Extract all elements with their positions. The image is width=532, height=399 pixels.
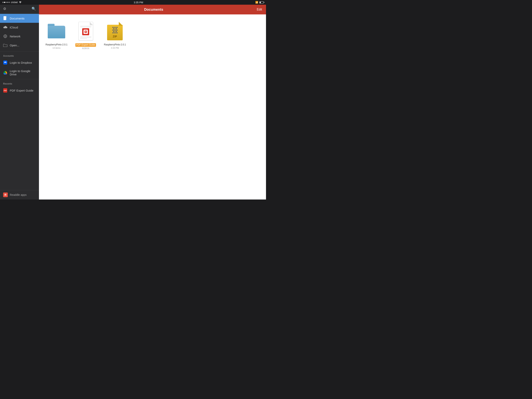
sidebar-item-recent-label: PDF Expert Guide (10, 89, 33, 92)
sidebar-item-open[interactable]: Open... (0, 41, 39, 50)
zip-zipper-track (112, 27, 118, 33)
zip-file-icon: ZIP (107, 22, 123, 40)
sidebar-item-icloud-label: iCloud (10, 26, 18, 29)
sidebar-item-network[interactable]: Network (0, 32, 39, 41)
sidebar-item-open-label: Open... (10, 44, 19, 47)
file-meta: 6/28/16 (82, 47, 89, 50)
file-grid: RaspberryPints-2.0.1 14 items (39, 14, 266, 200)
sidebar-item-documents[interactable]: Documents (0, 14, 39, 23)
zip-label: ZIP (113, 35, 117, 38)
accounts-divider (0, 51, 39, 51)
zip-icon-wrapper: ZIP (105, 20, 125, 42)
pdf-line-4 (80, 37, 91, 38)
sidebar-footer[interactable]: R Readdle apps (0, 190, 39, 200)
battery-indicator (259, 1, 264, 4)
status-bar: cricket 3:35 PM 📶 (0, 0, 266, 5)
pdf-icon-wrapper (76, 20, 95, 42)
pdf-line-5 (80, 38, 87, 39)
sidebar-item-dropbox[interactable]: Login to Dropbox (0, 58, 39, 67)
main-layout: ⚙ 🔍 Documents (0, 5, 266, 200)
open-folder-icon (3, 43, 7, 47)
sidebar: ⚙ 🔍 Documents (0, 5, 39, 200)
readdle-apps-label: Readdle apps (10, 193, 26, 196)
folder-icon-large (48, 24, 65, 38)
signal-dot-5 (9, 2, 10, 3)
gear-icon[interactable]: ⚙ (3, 7, 6, 11)
file-name: PDF Expert Guide (75, 43, 96, 47)
list-item[interactable]: ZIP RaspberryPints-2.0.1 3:33 PM (103, 20, 127, 50)
signal-dot-1 (2, 2, 4, 3)
sidebar-top: ⚙ 🔍 (0, 5, 39, 13)
signal-dot-2 (4, 2, 5, 3)
file-meta: 3:33 PM (111, 47, 119, 49)
wifi-icon (19, 1, 22, 4)
signal-dot-3 (6, 2, 7, 3)
bluetooth-icon: 📶 (255, 1, 258, 4)
sidebar-item-network-label: Network (10, 35, 20, 38)
file-name: RaspberryPints-2.0.1 (45, 43, 68, 46)
recents-section-header: Recents (0, 80, 39, 86)
content-area: Documents Edit RaspberryPints-2.0.1 14 i… (39, 5, 266, 200)
pdf-file-content (79, 26, 93, 39)
status-time: 3:35 PM (134, 1, 143, 4)
pdf-line-3 (80, 36, 91, 37)
readdle-icon: R (3, 193, 8, 197)
list-item[interactable]: PDF Expert Guide 6/28/16 (74, 20, 97, 50)
pdf-logo-box (82, 28, 89, 35)
zip-fold (119, 22, 123, 26)
pdf-recent-icon: PDF (3, 88, 7, 93)
signal-dot-4 (7, 2, 8, 3)
folder-back (48, 26, 65, 38)
network-icon (3, 34, 7, 38)
signal-bars (2, 2, 10, 3)
zip-body: ZIP (107, 25, 123, 40)
edit-button[interactable]: Edit (257, 8, 262, 11)
sidebar-item-icloud[interactable]: iCloud (0, 23, 39, 32)
battery-fill (260, 2, 261, 3)
svg-rect-0 (4, 16, 6, 20)
sidebar-item-documents-label: Documents (10, 17, 25, 20)
page-title: Documents (144, 8, 163, 12)
sidebar-nav: Documents iCloud Netw (0, 13, 39, 51)
folder-icon-wrapper (47, 20, 66, 42)
sidebar-item-gdrive-label: Login to Google Drive (10, 69, 36, 76)
dropbox-icon (3, 60, 7, 65)
pdf-logo-inner (83, 30, 88, 34)
status-left: cricket (2, 1, 22, 4)
pdf-line-1 (80, 26, 91, 26)
accounts-section-header: Accounts (0, 52, 39, 58)
gdrive-icon (3, 71, 7, 75)
svg-rect-2 (84, 31, 87, 33)
file-name: RaspberryPints-2.0.1 (104, 43, 126, 46)
file-meta: 14 items (52, 47, 61, 49)
cloud-icon (3, 25, 7, 29)
status-right: 📶 (255, 1, 264, 4)
list-item[interactable]: RaspberryPints-2.0.1 14 items (45, 20, 68, 50)
sidebar-item-gdrive[interactable]: Login to Google Drive (0, 67, 39, 78)
sidebar-item-dropbox-label: Login to Dropbox (10, 61, 32, 64)
pdf-lines-2 (80, 36, 91, 39)
search-icon[interactable]: 🔍 (32, 7, 36, 11)
document-icon (3, 16, 7, 20)
pdf-line-2 (80, 27, 91, 27)
battery-body (259, 1, 264, 4)
sidebar-item-recent-pdf[interactable]: PDF PDF Expert Guide (0, 86, 39, 95)
carrier-label: cricket (11, 1, 18, 4)
content-header: Documents Edit (39, 5, 266, 14)
pdf-lines (80, 26, 91, 28)
pdf-file-icon (78, 22, 93, 40)
